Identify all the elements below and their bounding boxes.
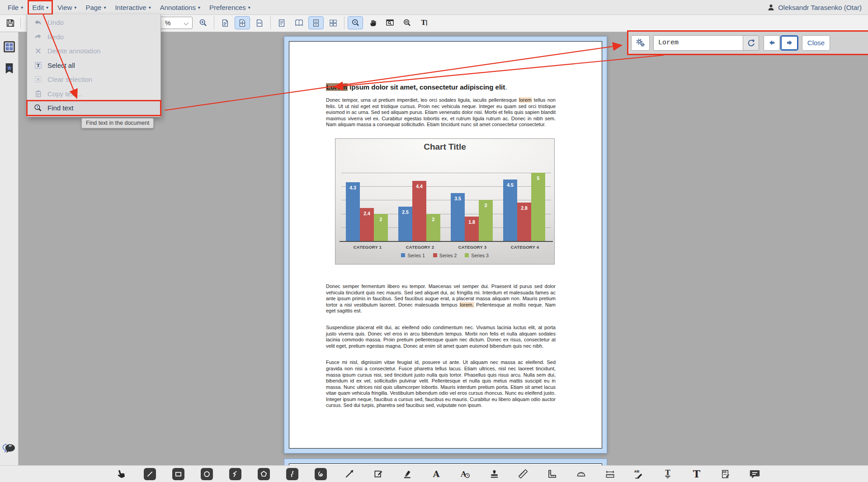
closed-freehand-icon bbox=[316, 470, 325, 478]
tool-text-clock[interactable]: A bbox=[459, 468, 472, 480]
caret-down-icon: ▾ bbox=[21, 5, 23, 10]
find-text-tooltip: Find text in the document bbox=[81, 118, 154, 128]
tool-polyline[interactable] bbox=[229, 468, 241, 480]
facing-pages-icon bbox=[294, 18, 304, 28]
menu-item-undo: Undo bbox=[27, 15, 160, 30]
search-settings-button[interactable] bbox=[631, 35, 650, 51]
tool-polygon[interactable] bbox=[258, 468, 270, 480]
hand-button[interactable] bbox=[365, 16, 380, 29]
tool-pan-finger[interactable] bbox=[115, 468, 127, 480]
menu-file[interactable]: File▾ bbox=[5, 1, 26, 14]
text-select-button[interactable]: T bbox=[416, 16, 432, 29]
fit-visible-button[interactable] bbox=[235, 16, 250, 29]
paragraph-text: Donec tempor, urna ut pretium imperdiet,… bbox=[326, 97, 519, 103]
corner-ruler-icon bbox=[547, 469, 557, 479]
polyline-icon bbox=[231, 470, 240, 478]
tool-text-strike[interactable]: T bbox=[661, 468, 674, 480]
facing-pages-button[interactable] bbox=[291, 16, 307, 29]
search-input-group bbox=[653, 35, 759, 51]
bar: 4.5 bbox=[503, 180, 517, 241]
freehand-icon bbox=[288, 470, 297, 478]
sidebar-item-bookmarks[interactable] bbox=[1, 61, 17, 76]
fit-visible-icon bbox=[238, 19, 247, 28]
tool-freehand[interactable] bbox=[286, 468, 298, 480]
tool-ellipse[interactable] bbox=[201, 468, 213, 480]
menu-page[interactable]: Page▾ bbox=[82, 1, 109, 14]
fit-width-button[interactable] bbox=[252, 16, 267, 29]
fit-page-button[interactable] bbox=[217, 16, 233, 29]
menu-view[interactable]: View▾ bbox=[54, 1, 80, 14]
bar-value-label: 2.4 bbox=[360, 211, 374, 216]
tool-form-text[interactable]: AB bbox=[719, 468, 732, 480]
tool-note[interactable] bbox=[372, 468, 385, 480]
caret-down-icon: ▾ bbox=[74, 5, 76, 10]
search-window-icon bbox=[385, 18, 395, 28]
menu-item-select-all[interactable]: TSelect all bbox=[27, 58, 160, 73]
bar-value-label: 1.8 bbox=[465, 219, 479, 225]
tool-ruler[interactable] bbox=[517, 468, 529, 480]
copy-text-icon bbox=[33, 90, 43, 98]
sidebar-item-thumbnails[interactable] bbox=[1, 39, 17, 54]
continuous-scroll-button[interactable] bbox=[308, 16, 324, 29]
user-account[interactable]: Oleksandr Tarasenko (Otar) bbox=[767, 4, 868, 11]
tool-text-insert[interactable]: AB bbox=[632, 468, 645, 480]
toolbar-view-groups: T bbox=[195, 16, 432, 29]
loupe-button[interactable] bbox=[399, 16, 415, 29]
sidebar-item-comments[interactable]: ” bbox=[1, 441, 17, 456]
find-previous-button[interactable] bbox=[764, 35, 780, 51]
paragraph-text: Fusce mi nisl, dignissim vitae feugiat i… bbox=[326, 359, 556, 408]
document-heading: Lorem ipsum dolor sit amet, consectetur … bbox=[326, 83, 556, 91]
menu-item-find-text[interactable]: TFind text bbox=[27, 101, 160, 115]
tool-free-text[interactable]: T bbox=[690, 468, 703, 480]
find-next-button[interactable] bbox=[780, 35, 798, 51]
menu-item-label: Clear selection bbox=[47, 76, 92, 83]
search-match: lorem bbox=[519, 97, 532, 103]
search-window-button[interactable] bbox=[382, 16, 397, 29]
tool-comment[interactable] bbox=[748, 468, 761, 480]
menu-preferences[interactable]: Preferences▾ bbox=[206, 1, 254, 14]
tool-corner-ruler[interactable] bbox=[546, 468, 558, 480]
toolbar-group bbox=[214, 16, 267, 29]
toolbar-group bbox=[270, 16, 341, 29]
save-button[interactable] bbox=[3, 17, 18, 30]
bar: 5 bbox=[531, 173, 545, 241]
protractor-icon bbox=[576, 469, 586, 479]
legend-item: Series 3 bbox=[465, 253, 489, 258]
single-page-button[interactable] bbox=[274, 16, 289, 29]
category-label: CATEGORY 3 bbox=[446, 245, 499, 250]
note-icon bbox=[373, 469, 384, 479]
menu-label: View bbox=[57, 4, 72, 11]
document-paragraph: Donec semper fermentum libero eu tempor.… bbox=[326, 284, 556, 314]
stamp-icon bbox=[489, 469, 500, 479]
facing-continuous-button[interactable] bbox=[326, 16, 341, 29]
tool-arrow[interactable] bbox=[343, 468, 356, 480]
tool-rectangle[interactable] bbox=[172, 468, 184, 480]
undo-icon bbox=[33, 18, 43, 27]
menu-item-clear-selection: Clear selection bbox=[27, 72, 160, 87]
legend-swatch bbox=[401, 253, 405, 257]
tool-line[interactable] bbox=[144, 468, 156, 480]
tool-highlighter[interactable] bbox=[401, 468, 414, 480]
tool-stamp[interactable] bbox=[488, 468, 500, 480]
menu-interactive[interactable]: Interactive▾ bbox=[112, 1, 154, 14]
gears-icon bbox=[635, 38, 646, 48]
search-input[interactable] bbox=[654, 36, 743, 50]
menu-annotations[interactable]: Annotations▾ bbox=[157, 1, 203, 14]
edit-dropdown-menu: UndoRedoDelete annotationTSelect allClea… bbox=[27, 14, 161, 117]
menu-label: Page bbox=[85, 4, 101, 11]
bar-value-label: 2.8 bbox=[517, 205, 531, 211]
chevron-down-icon bbox=[184, 21, 189, 25]
tool-text[interactable]: A bbox=[430, 468, 443, 480]
user-icon bbox=[767, 4, 775, 11]
close-search-button[interactable]: Close bbox=[802, 35, 830, 51]
tool-closed-freehand[interactable] bbox=[315, 468, 327, 480]
bar: 2.4 bbox=[360, 208, 374, 241]
tool-protractor[interactable] bbox=[575, 468, 587, 480]
zoom-in-button[interactable] bbox=[195, 16, 211, 29]
menu-bar: File▾Edit▾View▾Page▾Interactive▾Annotati… bbox=[0, 0, 868, 15]
marquee-zoom-button[interactable] bbox=[348, 16, 363, 29]
marquee-zoom-icon bbox=[351, 18, 360, 28]
refresh-search-button[interactable] bbox=[743, 36, 759, 50]
menu-edit[interactable]: Edit▾ bbox=[29, 1, 52, 14]
tool-measure[interactable] bbox=[604, 468, 616, 480]
